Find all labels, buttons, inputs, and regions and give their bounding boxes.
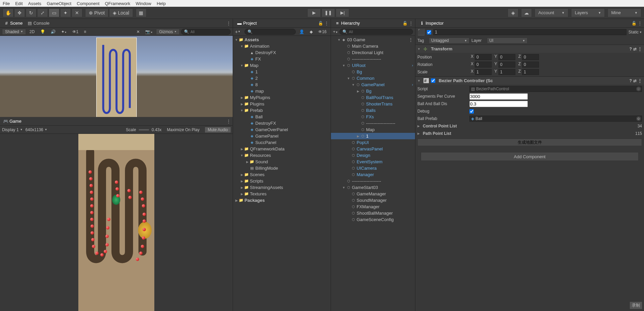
scale-y[interactable] <box>498 69 515 75</box>
local-toggle[interactable]: ◈Local <box>109 8 133 17</box>
scene-tools[interactable]: ✕ <box>134 29 142 34</box>
hierarchy-item[interactable]: ▶⬡GameManager <box>331 191 415 197</box>
bezier-component-header[interactable]: ▼ # Bezier Path Controller (Sc ?⇄⋮ <box>415 76 644 85</box>
account-dropdown[interactable]: Account▼ <box>535 8 568 17</box>
item-menu[interactable]: ⋮ <box>409 37 413 42</box>
display-dropdown[interactable]: Display 1▼ <box>2 127 23 132</box>
project-item[interactable]: ▶◈DestroyFX <box>233 120 331 126</box>
project-item[interactable]: ▶▲DestroyFX <box>233 49 331 56</box>
static-dropdown[interactable]: ▼ <box>639 31 642 34</box>
project-item[interactable]: ▶◈1 <box>233 69 331 75</box>
hierarchy-item[interactable]: ▼⬡GameStart03 <box>331 184 415 191</box>
panel-menu[interactable]: ⋮ <box>227 119 231 124</box>
ball-dis-input[interactable] <box>469 101 528 107</box>
project-item[interactable]: ▶📁Textures <box>233 191 331 197</box>
position-x[interactable] <box>475 54 492 60</box>
pause-button[interactable]: ❚❚ <box>321 8 335 17</box>
menu-assets[interactable]: Assets <box>28 1 41 6</box>
hierarchy-item[interactable]: ▶⬡ShootBallManager <box>331 210 415 216</box>
foldout-icon[interactable]: ▼ <box>342 64 346 67</box>
foldout-icon[interactable]: ▶ <box>245 160 249 164</box>
rotate-tool[interactable]: ↻ <box>26 8 36 17</box>
resolution-dropdown[interactable]: 640x1136▼ <box>25 127 47 132</box>
tab-console[interactable]: ▤Console <box>26 21 51 26</box>
rotation-y[interactable] <box>498 62 515 68</box>
project-filter-label[interactable]: ◆ <box>308 29 315 34</box>
project-item[interactable]: ▶◈Ball <box>233 114 331 120</box>
custom-tool[interactable]: ✕ <box>72 8 82 17</box>
scale-z[interactable] <box>522 69 539 75</box>
rotation-z[interactable] <box>522 62 539 68</box>
object-name-input[interactable] <box>433 29 626 35</box>
menu-edit[interactable]: Edit <box>15 1 23 6</box>
preset-icon[interactable]: ⇄ <box>633 78 637 83</box>
tab-inspector[interactable]: ℹInspector <box>418 21 445 26</box>
project-item[interactable]: ▶📁QFrameworkData <box>233 146 331 152</box>
foldout-icon[interactable]: ▼ <box>346 77 351 80</box>
menu-help[interactable]: Help <box>157 1 166 6</box>
project-search-input[interactable] <box>254 30 293 34</box>
2d-toggle[interactable]: 2D <box>27 29 36 34</box>
project-search[interactable]: 🔍 <box>244 29 296 35</box>
enabled-checkbox[interactable] <box>427 30 431 34</box>
project-item[interactable]: ▶◈map <box>233 88 331 94</box>
foldout-icon[interactable]: ▶ <box>240 173 244 176</box>
transform-tool[interactable]: ✦ <box>60 8 71 17</box>
project-item[interactable]: ▶📁Sound <box>233 159 331 165</box>
scene-viewport[interactable] <box>0 36 233 117</box>
project-item[interactable]: ▶◈GamePanel <box>233 133 331 139</box>
foldout-icon[interactable]: ▶ <box>356 90 360 93</box>
pivot-toggle[interactable]: ⊕Pivot <box>85 8 108 17</box>
project-hidden[interactable]: 👁16 <box>316 29 329 34</box>
hierarchy-item[interactable]: ▶⬡Design <box>331 152 415 159</box>
preset-icon[interactable]: ⇄ <box>633 47 637 51</box>
collab-button[interactable]: ◈ <box>508 8 518 17</box>
scene-camera-dropdown[interactable]: 📷▼ <box>143 29 155 34</box>
foldout-icon[interactable]: ▼ <box>342 186 346 189</box>
cloud-button[interactable]: ☁ <box>521 8 532 17</box>
scale-slider[interactable] <box>139 129 149 130</box>
hierarchy-item[interactable]: ▶⬡FXs <box>331 114 415 120</box>
component-menu[interactable]: ⋮ <box>638 47 642 51</box>
rotation-x[interactable] <box>475 62 492 68</box>
project-filter-type[interactable]: 👤 <box>297 29 306 34</box>
path-point-list-label[interactable]: Path Point List <box>423 131 627 136</box>
foldout-icon[interactable]: ▼ <box>240 154 244 157</box>
segments-input[interactable] <box>469 93 528 100</box>
lock-icon[interactable]: 🔓 <box>318 21 323 26</box>
grid-snap[interactable]: ▦ <box>136 8 147 17</box>
shading-mode-dropdown[interactable]: Shaded▼ <box>2 29 26 35</box>
panel-menu[interactable]: ⋮ <box>227 21 231 26</box>
object-picker[interactable]: ⊙ <box>636 116 641 121</box>
component-menu[interactable]: ⋮ <box>638 78 642 83</box>
hand-tool[interactable]: ✋ <box>3 8 14 17</box>
mute-toggle[interactable]: Mute Audio <box>205 127 231 133</box>
lock-icon[interactable]: 🔓 <box>632 21 637 26</box>
hierarchy-item[interactable]: ▶⬡-------------------- <box>331 120 415 126</box>
hierarchy-item[interactable]: ▶⬡-------------------- <box>331 178 415 184</box>
foldout-icon[interactable]: ▶ <box>240 180 244 183</box>
hierarchy-item[interactable]: ▶⬡FXManager <box>331 204 415 210</box>
hierarchy-item[interactable]: ▶⬡1 <box>331 133 415 139</box>
foldout-icon[interactable]: ▶ <box>240 186 244 189</box>
project-item[interactable]: ▶◈2 <box>233 75 331 81</box>
tag-dropdown[interactable]: Untagged▼ <box>429 38 469 44</box>
foldout-icon[interactable]: ▶ <box>356 135 360 138</box>
hierarchy-item[interactable]: ▼⬡Common <box>331 75 415 81</box>
project-item[interactable]: ▼📁Assets <box>233 37 331 43</box>
add-component-button[interactable]: Add Component <box>421 152 639 161</box>
hierarchy-item[interactable]: ▶⬡Balls <box>331 107 415 114</box>
scene-search-input[interactable] <box>190 30 228 34</box>
menu-gameobject[interactable]: GameObject <box>47 1 71 6</box>
hierarchy-item[interactable]: ▶⬡Map <box>331 126 415 133</box>
ball-prefab-field[interactable]: ◈Ball⊙ <box>469 116 642 122</box>
project-tree[interactable]: ▼📁Assets▼📁Animation▶▲DestroyFX▶◈FX▼📁Map▶… <box>233 36 331 311</box>
foldout-icon[interactable]: ▼ <box>240 45 244 48</box>
scene-fx-toggle[interactable]: ✦▼ <box>59 29 69 34</box>
move-tool[interactable]: ✥ <box>14 8 25 17</box>
hierarchy-item[interactable]: ▼◆03 Game⋮ <box>331 37 415 43</box>
project-item[interactable]: ▶◈FX <box>233 56 331 62</box>
foldout-icon[interactable]: ▶ <box>240 96 244 99</box>
foldout-icon[interactable]: ▼ <box>417 47 421 51</box>
hierarchy-search-input[interactable] <box>349 30 410 34</box>
